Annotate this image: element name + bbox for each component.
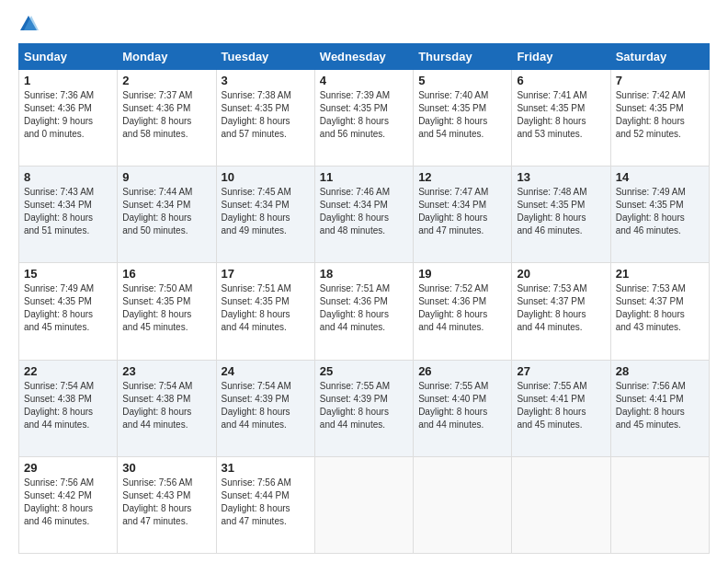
cell-content: Sunrise: 7:47 AMSunset: 4:34 PMDaylight:… xyxy=(418,186,506,237)
calendar-cell: 3Sunrise: 7:38 AMSunset: 4:35 PMDaylight… xyxy=(216,70,314,167)
cell-content: Sunrise: 7:51 AMSunset: 4:35 PMDaylight:… xyxy=(222,282,310,334)
calendar-cell: 31Sunrise: 7:56 AMSunset: 4:44 PMDayligh… xyxy=(216,456,314,553)
cell-content: Sunrise: 7:56 AMSunset: 4:42 PMDaylight:… xyxy=(24,477,112,528)
calendar-cell xyxy=(610,456,709,553)
cell-content: Sunrise: 7:42 AMSunset: 4:35 PMDaylight:… xyxy=(616,89,704,141)
calendar-cell: 9Sunrise: 7:44 AMSunset: 4:34 PMDaylight… xyxy=(118,167,216,263)
day-number: 20 xyxy=(517,267,605,281)
day-number: 1 xyxy=(24,74,112,87)
col-header-tuesday: Tuesday xyxy=(216,44,314,70)
cell-content: Sunrise: 7:56 AMSunset: 4:41 PMDaylight:… xyxy=(616,380,704,431)
day-number: 13 xyxy=(517,170,605,184)
calendar-cell: 2Sunrise: 7:37 AMSunset: 4:36 PMDaylight… xyxy=(118,70,216,167)
day-number: 18 xyxy=(320,267,408,281)
calendar-cell: 12Sunrise: 7:47 AMSunset: 4:34 PMDayligh… xyxy=(414,167,512,263)
day-number: 5 xyxy=(418,74,506,87)
cell-content: Sunrise: 7:55 AMSunset: 4:41 PMDaylight:… xyxy=(517,380,605,431)
cell-content: Sunrise: 7:38 AMSunset: 4:35 PMDaylight:… xyxy=(222,89,310,141)
header-row: SundayMondayTuesdayWednesdayThursdayFrid… xyxy=(19,44,710,70)
calendar-cell: 7Sunrise: 7:42 AMSunset: 4:35 PMDaylight… xyxy=(610,70,709,167)
page: SundayMondayTuesdayWednesdayThursdayFrid… xyxy=(0,0,728,563)
cell-content: Sunrise: 7:48 AMSunset: 4:35 PMDaylight:… xyxy=(517,186,605,237)
day-number: 24 xyxy=(222,364,310,378)
col-header-monday: Monday xyxy=(118,44,216,70)
calendar-cell: 23Sunrise: 7:54 AMSunset: 4:38 PMDayligh… xyxy=(118,360,216,456)
logo-icon xyxy=(18,14,39,34)
calendar-cell: 13Sunrise: 7:48 AMSunset: 4:35 PMDayligh… xyxy=(512,167,610,263)
calendar-cell: 10Sunrise: 7:45 AMSunset: 4:34 PMDayligh… xyxy=(216,167,314,263)
day-number: 27 xyxy=(517,364,605,378)
col-header-wednesday: Wednesday xyxy=(314,44,413,70)
calendar-cell: 14Sunrise: 7:49 AMSunset: 4:35 PMDayligh… xyxy=(610,167,709,263)
week-row-5: 29Sunrise: 7:56 AMSunset: 4:42 PMDayligh… xyxy=(19,456,710,553)
calendar-cell: 15Sunrise: 7:49 AMSunset: 4:35 PMDayligh… xyxy=(19,263,118,360)
calendar-cell: 5Sunrise: 7:40 AMSunset: 4:35 PMDaylight… xyxy=(414,70,512,167)
cell-content: Sunrise: 7:54 AMSunset: 4:39 PMDaylight:… xyxy=(222,380,310,431)
cell-content: Sunrise: 7:54 AMSunset: 4:38 PMDaylight:… xyxy=(24,380,112,431)
day-number: 9 xyxy=(122,170,210,184)
calendar-cell: 25Sunrise: 7:55 AMSunset: 4:39 PMDayligh… xyxy=(314,360,413,456)
week-row-2: 8Sunrise: 7:43 AMSunset: 4:34 PMDaylight… xyxy=(19,167,710,263)
day-number: 29 xyxy=(24,461,112,475)
calendar-cell: 30Sunrise: 7:56 AMSunset: 4:43 PMDayligh… xyxy=(118,456,216,553)
calendar-cell: 16Sunrise: 7:50 AMSunset: 4:35 PMDayligh… xyxy=(118,263,216,360)
week-row-1: 1Sunrise: 7:36 AMSunset: 4:36 PMDaylight… xyxy=(19,70,710,167)
day-number: 8 xyxy=(24,170,112,184)
day-number: 28 xyxy=(616,364,704,378)
day-number: 2 xyxy=(122,74,210,87)
calendar-cell: 18Sunrise: 7:51 AMSunset: 4:36 PMDayligh… xyxy=(314,263,413,360)
day-number: 11 xyxy=(320,170,408,184)
cell-content: Sunrise: 7:53 AMSunset: 4:37 PMDaylight:… xyxy=(517,282,605,334)
day-number: 31 xyxy=(222,461,310,475)
week-row-4: 22Sunrise: 7:54 AMSunset: 4:38 PMDayligh… xyxy=(19,360,710,456)
cell-content: Sunrise: 7:52 AMSunset: 4:36 PMDaylight:… xyxy=(418,282,506,334)
calendar-table: SundayMondayTuesdayWednesdayThursdayFrid… xyxy=(18,43,710,554)
cell-content: Sunrise: 7:39 AMSunset: 4:35 PMDaylight:… xyxy=(320,89,408,141)
cell-content: Sunrise: 7:44 AMSunset: 4:34 PMDaylight:… xyxy=(122,186,210,237)
day-number: 10 xyxy=(222,170,310,184)
calendar-cell: 27Sunrise: 7:55 AMSunset: 4:41 PMDayligh… xyxy=(512,360,610,456)
day-number: 3 xyxy=(222,74,310,87)
day-number: 25 xyxy=(320,364,408,378)
day-number: 22 xyxy=(24,364,112,378)
cell-content: Sunrise: 7:36 AMSunset: 4:36 PMDaylight:… xyxy=(24,89,112,141)
cell-content: Sunrise: 7:53 AMSunset: 4:37 PMDaylight:… xyxy=(616,282,704,334)
calendar-cell: 1Sunrise: 7:36 AMSunset: 4:36 PMDaylight… xyxy=(19,70,118,167)
calendar-cell xyxy=(414,456,512,553)
day-number: 19 xyxy=(418,267,506,281)
day-number: 7 xyxy=(616,74,704,87)
calendar-cell: 17Sunrise: 7:51 AMSunset: 4:35 PMDayligh… xyxy=(216,263,314,360)
calendar-cell: 24Sunrise: 7:54 AMSunset: 4:39 PMDayligh… xyxy=(216,360,314,456)
calendar-cell: 8Sunrise: 7:43 AMSunset: 4:34 PMDaylight… xyxy=(19,167,118,263)
cell-content: Sunrise: 7:50 AMSunset: 4:35 PMDaylight:… xyxy=(122,282,210,334)
col-header-saturday: Saturday xyxy=(610,44,709,70)
col-header-friday: Friday xyxy=(512,44,610,70)
day-number: 30 xyxy=(122,461,210,475)
cell-content: Sunrise: 7:41 AMSunset: 4:35 PMDaylight:… xyxy=(517,89,605,141)
calendar-cell: 29Sunrise: 7:56 AMSunset: 4:42 PMDayligh… xyxy=(19,456,118,553)
calendar-cell: 11Sunrise: 7:46 AMSunset: 4:34 PMDayligh… xyxy=(314,167,413,263)
cell-content: Sunrise: 7:54 AMSunset: 4:38 PMDaylight:… xyxy=(122,380,210,431)
calendar-cell: 4Sunrise: 7:39 AMSunset: 4:35 PMDaylight… xyxy=(314,70,413,167)
col-header-sunday: Sunday xyxy=(19,44,118,70)
cell-content: Sunrise: 7:56 AMSunset: 4:44 PMDaylight:… xyxy=(222,477,310,528)
cell-content: Sunrise: 7:37 AMSunset: 4:36 PMDaylight:… xyxy=(122,89,210,141)
cell-content: Sunrise: 7:49 AMSunset: 4:35 PMDaylight:… xyxy=(616,186,704,237)
cell-content: Sunrise: 7:43 AMSunset: 4:34 PMDaylight:… xyxy=(24,186,112,237)
cell-content: Sunrise: 7:40 AMSunset: 4:35 PMDaylight:… xyxy=(418,89,506,141)
day-number: 12 xyxy=(418,170,506,184)
logo xyxy=(18,14,40,34)
day-number: 16 xyxy=(122,267,210,281)
calendar-cell: 20Sunrise: 7:53 AMSunset: 4:37 PMDayligh… xyxy=(512,263,610,360)
calendar-cell: 26Sunrise: 7:55 AMSunset: 4:40 PMDayligh… xyxy=(414,360,512,456)
cell-content: Sunrise: 7:55 AMSunset: 4:39 PMDaylight:… xyxy=(320,380,408,431)
day-number: 4 xyxy=(320,74,408,87)
day-number: 17 xyxy=(222,267,310,281)
calendar-cell: 28Sunrise: 7:56 AMSunset: 4:41 PMDayligh… xyxy=(610,360,709,456)
day-number: 26 xyxy=(418,364,506,378)
header xyxy=(18,14,710,34)
calendar-cell: 19Sunrise: 7:52 AMSunset: 4:36 PMDayligh… xyxy=(414,263,512,360)
week-row-3: 15Sunrise: 7:49 AMSunset: 4:35 PMDayligh… xyxy=(19,263,710,360)
cell-content: Sunrise: 7:45 AMSunset: 4:34 PMDaylight:… xyxy=(222,186,310,237)
day-number: 23 xyxy=(122,364,210,378)
